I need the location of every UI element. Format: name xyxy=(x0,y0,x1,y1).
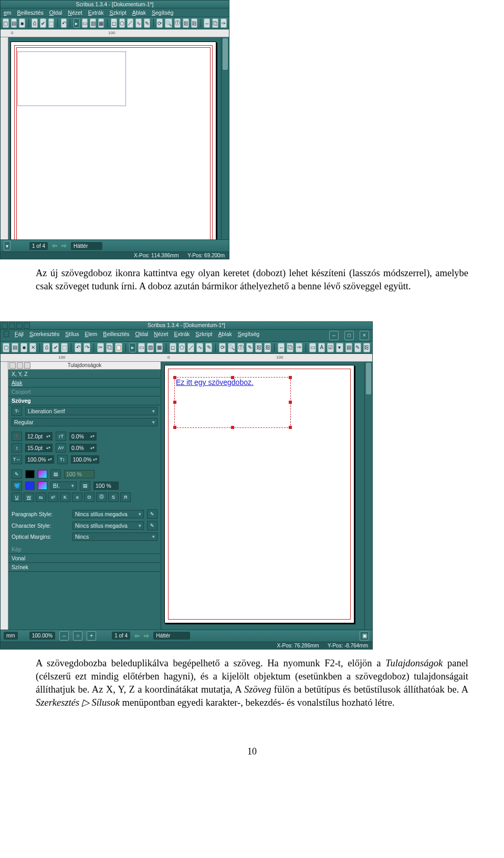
section-szinek[interactable]: Színek xyxy=(8,563,161,572)
strike-icon[interactable]: Θ xyxy=(84,493,94,502)
save-icon[interactable]: ■ xyxy=(19,18,25,28)
section-alak[interactable]: Alak xyxy=(8,379,161,388)
menu-extrak[interactable]: Extrák xyxy=(88,9,104,16)
fill-shade[interactable]: 100 % xyxy=(93,482,119,490)
stroke-swatch[interactable] xyxy=(25,470,35,478)
next-page-icon[interactable]: ⇨ xyxy=(61,242,67,249)
tracking-input[interactable]: 0.0%▴▾ xyxy=(69,444,97,452)
textframe-icon[interactable]: ▭ xyxy=(82,18,88,28)
eyedrop-icon[interactable]: ✑ xyxy=(220,18,227,28)
new-icon[interactable]: ▢ xyxy=(3,343,9,352)
pdf-annot-icon[interactable]: ✎ xyxy=(354,343,361,352)
zoom-icon[interactable]: 🔍 xyxy=(228,343,235,352)
resize-handle[interactable] xyxy=(173,376,176,379)
unlink-icon[interactable]: ⛓ xyxy=(191,18,197,28)
hscale-input[interactable]: 100.0%▴▾ xyxy=(25,455,54,464)
check-icon[interactable]: ✔ xyxy=(40,18,46,28)
pdf-link-icon[interactable]: ⛓ xyxy=(363,343,370,352)
font-family-select[interactable]: Liberation Serif▾ xyxy=(25,407,158,415)
mdi-min-icon[interactable]: – xyxy=(329,331,339,340)
panel-control-icon[interactable] xyxy=(24,362,30,369)
menubar-1[interactable]: em Beillesztés Oldal Nézet Extrák Szkrip… xyxy=(1,8,229,17)
shape-icon[interactable]: ◻ xyxy=(111,18,117,28)
resize-handle[interactable] xyxy=(173,426,176,429)
save-icon[interactable]: ■ xyxy=(20,343,27,352)
selected-textframe[interactable]: Ez itt egy szövegdoboz. xyxy=(174,377,291,428)
section-szoveg[interactable]: Szöveg xyxy=(8,396,161,405)
window-control-icon[interactable] xyxy=(16,322,23,329)
pdf-icon[interactable]: ⬚ xyxy=(48,18,55,28)
window-control-icon[interactable] xyxy=(24,322,30,329)
pdf-list-icon[interactable]: ▤ xyxy=(345,343,352,352)
imageframe-icon[interactable]: ▧ xyxy=(90,18,96,28)
canvas-area-2[interactable]: Ez itt egy szövegdoboz. xyxy=(161,362,364,630)
scrollbar-vertical-2[interactable] xyxy=(364,362,372,630)
freehand-icon[interactable]: ✎ xyxy=(144,18,150,28)
menu-nezet[interactable]: Nézet xyxy=(68,9,82,16)
menu-extrak2[interactable]: Extrák xyxy=(174,331,190,340)
outline-icon[interactable]: Ⓞ xyxy=(96,493,107,502)
baseline-input[interactable]: 0.0%▴▾ xyxy=(69,432,97,441)
char-style-edit-icon[interactable]: ✎ xyxy=(147,521,158,530)
menu-segitseg[interactable]: Segítség xyxy=(152,9,173,16)
zoom-100-icon[interactable]: ○ xyxy=(73,631,82,641)
pdf-btn-icon[interactable]: ▭ xyxy=(309,343,316,352)
toolbar-1[interactable]: ▢ ▤ ■ ⎙ ✔ ⬚ ↶ ▸ ▭ ▧ ▦ ◻ ⬠ ／ ∿ ✎ ⟳ 🔍 Ⓣ ⛓ … xyxy=(1,17,229,29)
menu-beillesztes[interactable]: Beillesztés xyxy=(17,9,44,16)
allcaps-icon[interactable]: K xyxy=(60,493,70,502)
window-control-icon[interactable] xyxy=(9,322,15,329)
resize-handle[interactable] xyxy=(289,401,292,404)
link-icon[interactable]: ⛓ xyxy=(183,18,189,28)
pointer-icon[interactable]: ▸ xyxy=(74,18,80,28)
section-vonal[interactable]: Vonal xyxy=(8,554,161,563)
copyprops-icon[interactable]: ⿻ xyxy=(287,343,293,352)
unlink-icon[interactable]: ⛓ xyxy=(264,343,271,352)
new-textframe-outline[interactable] xyxy=(17,51,126,106)
open-icon[interactable]: ▤ xyxy=(11,18,17,28)
table-icon[interactable]: ▦ xyxy=(98,18,104,28)
eyedrop-icon[interactable]: ✑ xyxy=(296,343,302,352)
table-icon[interactable]: ▦ xyxy=(156,343,163,352)
new-icon[interactable]: ▢ xyxy=(3,18,9,28)
polygon-icon[interactable]: ⬠ xyxy=(119,18,125,28)
menu-szerkesztes[interactable]: Szerkesztés xyxy=(29,331,59,340)
storyeditor-icon[interactable]: ✎ xyxy=(246,343,253,352)
menu-ablak2[interactable]: Ablak xyxy=(218,331,232,340)
zoom-out-icon[interactable]: – xyxy=(59,631,69,641)
menu-fajl[interactable]: Fájl xyxy=(15,331,24,340)
section-xyz[interactable]: X, Y, Z xyxy=(8,370,161,379)
fill-label-select[interactable]: BI.▾ xyxy=(50,482,77,490)
para-style-edit-icon[interactable]: ✎ xyxy=(147,509,158,519)
zoom-icon[interactable]: 🔍 xyxy=(165,18,172,28)
menu-elem[interactable]: Elem xyxy=(85,331,97,340)
underline-words-icon[interactable]: W xyxy=(24,493,34,502)
window-control-icon[interactable] xyxy=(2,322,8,329)
pdf-combo-icon[interactable]: ▾ xyxy=(336,343,343,352)
bezier-icon[interactable]: ∿ xyxy=(196,343,203,352)
copy-icon[interactable]: ⿻ xyxy=(106,343,113,352)
font-style-select[interactable]: Regular▾ xyxy=(12,418,158,426)
unit-select[interactable]: mm xyxy=(4,632,18,640)
menu-szkript2[interactable]: Szkript xyxy=(195,331,212,340)
fill-swatch-cmyk[interactable] xyxy=(38,482,47,490)
undo-icon[interactable]: ↶ xyxy=(75,343,81,352)
unit-selector[interactable]: ▾ xyxy=(4,241,10,250)
resize-handle[interactable] xyxy=(289,426,292,429)
measure-icon[interactable]: ↔ xyxy=(278,343,285,352)
toolbar-2[interactable]: ▢ ▤ ■ ✕ ⎙ ✔ ⬚ ↶ ↷ ✂ ⿻ 📋 ▸ ▭ ▧ ▦ ◻ ⬠ ／ ∿ … xyxy=(1,342,372,354)
properties-panel[interactable]: Tulajdonságok X, Y, Z Alak Csoport Szöve… xyxy=(8,362,161,630)
fill-swatch[interactable] xyxy=(25,482,35,490)
zoom-input[interactable]: 100.00% xyxy=(29,632,55,640)
canvas-area[interactable] xyxy=(8,37,221,239)
line-icon[interactable]: ／ xyxy=(127,18,133,28)
pdf-text-icon[interactable]: A xyxy=(318,343,325,352)
rtl-icon[interactable]: Я xyxy=(120,493,131,502)
menu-ablak[interactable]: Ablak xyxy=(132,9,146,16)
open-icon[interactable]: ▤ xyxy=(12,343,18,352)
char-style-select[interactable]: Nincs stílus megadva▾ xyxy=(72,521,144,530)
scrollbar-vertical[interactable] xyxy=(221,37,229,239)
layer-selector[interactable]: Háttér xyxy=(71,242,102,250)
menu-nezet2[interactable]: Nézet xyxy=(154,331,168,340)
fontsize-input[interactable]: 12.0pt▴▾ xyxy=(25,432,52,441)
page-paper-2[interactable]: Ez itt egy szövegdoboz. xyxy=(164,365,354,623)
